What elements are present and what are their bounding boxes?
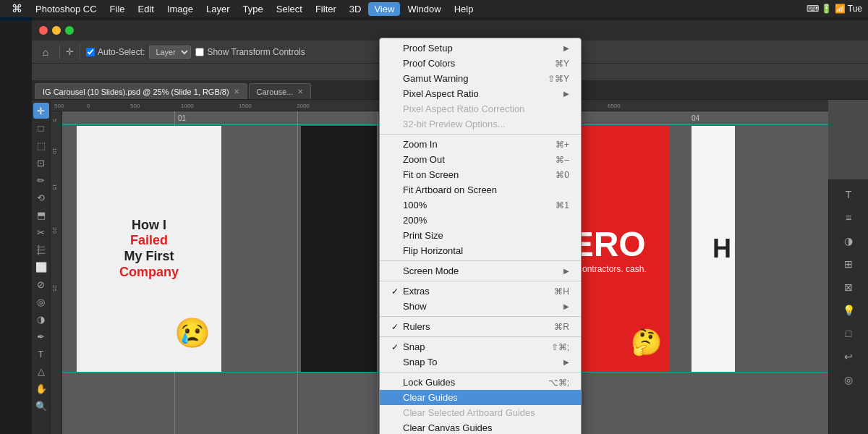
menu-item-fit-artboard[interactable]: Fit Artboard on Screen [380,182,581,197]
brush-tool[interactable]: ⬒ [33,207,49,223]
menu-item-show[interactable]: Show ▶ [380,299,581,314]
menubar-select[interactable]: Select [271,2,308,16]
menubar-file[interactable]: File [104,2,131,16]
tab-close-1[interactable]: ✕ [234,88,239,95]
apple-menu[interactable]: ⌘ [6,1,28,17]
100pct-label: 100% [403,200,427,210]
lasso-tool[interactable]: ⬚ [33,137,49,153]
traffic-lights [39,26,74,35]
menu-item-left: Clear Guides [391,392,458,403]
hand-tool[interactable]: ✋ [33,380,49,396]
crop-tool[interactable]: ⊡ [33,155,49,171]
menu-item-proof-colors[interactable]: Proof Colors ⌘Y [380,56,581,71]
menubar-3d[interactable]: 3D [344,2,367,16]
guide-vertical-2 [297,111,298,434]
menu-item-clear-guides[interactable]: Clear Guides [380,390,581,405]
shape-tool[interactable]: △ [33,363,49,379]
check-snap: ✓ [391,342,403,352]
shapes-icon[interactable]: □ [838,323,859,344]
dodge-tool[interactable]: ◑ [33,311,49,327]
menu-item-proof-setup[interactable]: Proof Setup ▶ [380,41,581,56]
arrow-snap-to: ▶ [563,358,569,366]
menu-item-left: Flip Horizontal [391,245,463,256]
snap-to-label: Snap To [403,357,437,367]
tab-slide1[interactable]: IG Carousel (10 Slides).psd @ 25% (Slide… [35,83,247,99]
auto-select-checkbox[interactable]: Auto-Select: [86,47,145,57]
menubar-type[interactable]: Type [237,2,269,16]
adjustments-icon[interactable]: ◑ [838,230,859,252]
gradients-icon[interactable]: 💡 [838,299,859,321]
tab-carousel[interactable]: Carouse... ✕ [249,83,312,99]
ps-window: ⌂ ✛ Auto-Select: Layer Show Transform Co… [32,20,868,434]
healing-tool[interactable]: ⟲ [33,190,49,205]
menubar-edit[interactable]: Edit [132,2,160,16]
menubar-help[interactable]: Help [448,2,480,16]
menubar-image[interactable]: Image [161,2,199,16]
tab-close-2[interactable]: ✕ [297,88,303,95]
menu-item-lock-guides[interactable]: Lock Guides ⌥⌘; [380,375,581,390]
transform-controls-label: Show Transform Controls [207,47,305,57]
rulers-label: Rulers [403,321,430,332]
shortcut-lock-guides: ⌥⌘; [548,378,569,388]
menubar-window[interactable]: Window [401,2,446,16]
menu-item-clear-selected-artboard-guides: Clear Selected Artboard Guides [380,405,581,420]
menu-item-extras[interactable]: ✓ Extras ⌘H [380,284,581,299]
menu-item-left: ✓ Rulers [391,321,430,332]
menubar-view[interactable]: View [368,2,400,16]
menubar-photoshop[interactable]: Photoshop CC [30,2,103,16]
menu-item-zoom-in[interactable]: Zoom In ⌘+ [380,137,581,152]
toolbar-separator-1 [59,45,60,59]
swatches-icon[interactable]: ⊞ [838,253,859,275]
menu-item-100pct[interactable]: 100% ⌘1 [380,197,581,213]
move-tool-icon[interactable]: ✛ [66,46,74,57]
maximize-button[interactable] [65,26,74,35]
clear-canvas-guides-label: Clear Canvas Guides [403,422,493,433]
patterns-icon[interactable]: ⊠ [838,276,859,298]
menubar-layer[interactable]: Layer [200,2,236,16]
menu-item-32bit-preview: 32-bit Preview Options... [380,116,581,132]
close-button[interactable] [39,26,48,35]
menu-item-fit-on-screen[interactable]: Fit on Screen ⌘0 [380,167,581,182]
menu-item-left: Fit on Screen [391,169,459,180]
minimize-button[interactable] [52,26,61,35]
eyedropper-tool[interactable]: ✏ [33,172,49,188]
history-brush-tool[interactable]: ⬱ [33,242,49,258]
menu-item-pixel-aspect-ratio[interactable]: Pixel Aspect Ratio ▶ [380,86,581,101]
select-tool[interactable]: □ [33,120,49,136]
eraser-tool[interactable]: ⬜ [33,259,49,275]
menu-item-snap[interactable]: ✓ Snap ⇧⌘; [380,339,581,354]
menu-item-print-size[interactable]: Print Size [380,228,581,243]
clone-tool[interactable]: ✂ [33,224,49,240]
layer-select[interactable]: Layer [149,46,191,59]
menu-item-screen-mode[interactable]: Screen Mode ▶ [380,263,581,278]
shortcut-zoom-in: ⌘+ [556,140,569,150]
menu-item-zoom-out[interactable]: Zoom Out ⌘– [380,152,581,167]
transform-controls-input[interactable] [195,48,204,56]
home-icon[interactable]: ⌂ [38,44,54,60]
properties-icon[interactable]: ≡ [838,207,859,229]
pen-tool[interactable]: ✒ [33,328,49,344]
menu-item-200pct[interactable]: 200% [380,213,581,228]
menu-item-rulers[interactable]: ✓ Rulers ⌘R [380,319,581,334]
menu-item-clear-canvas-guides[interactable]: Clear Canvas Guides [380,420,581,434]
menubar-filter[interactable]: Filter [310,2,342,16]
menu-item-left: Zoom Out [391,154,445,165]
history-icon[interactable]: ↩ [838,346,859,367]
shortcut-100pct: ⌘1 [556,200,569,210]
menu-item-snap-to[interactable]: Snap To ▶ [380,354,581,370]
type-tool[interactable]: T [33,346,49,362]
transform-controls-checkbox[interactable]: Show Transform Controls [195,47,305,57]
layers-icon[interactable]: T [838,184,859,205]
channels-icon[interactable]: ◎ [838,369,859,391]
menu-item-flip-horizontal[interactable]: Flip Horizontal [380,243,581,258]
blur-tool[interactable]: ◎ [33,294,49,310]
menu-item-left: Snap To [391,357,437,367]
tab-label-1: IG Carousel (10 Slides).psd @ 25% (Slide… [43,88,229,96]
gradient-tool[interactable]: ⊘ [33,276,49,292]
menu-item-gamut-warning[interactable]: Gamut Warning ⇧⌘Y [380,71,581,86]
auto-select-input[interactable] [86,48,95,56]
zoom-tool[interactable]: 🔍 [33,398,49,414]
move-tool[interactable]: ✛ [33,103,49,119]
show-label: Show [403,301,427,312]
shortcut-extras: ⌘H [554,286,569,297]
